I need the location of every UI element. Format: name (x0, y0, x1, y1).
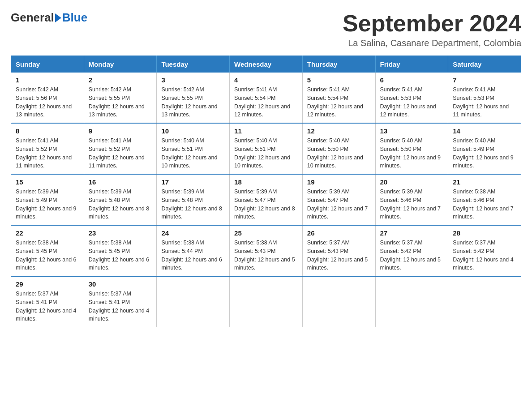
day-info: Sunrise: 5:37 AMSunset: 5:41 PMDaylight:… (16, 290, 79, 323)
day-info: Sunrise: 5:37 AMSunset: 5:42 PMDaylight:… (453, 239, 516, 272)
calendar-cell: 18Sunrise: 5:39 AMSunset: 5:47 PMDayligh… (230, 174, 303, 225)
location: La Salina, Casanare Department, Colombia (343, 38, 521, 48)
day-info: Sunrise: 5:38 AMSunset: 5:44 PMDaylight:… (161, 239, 225, 272)
calendar-cell: 14Sunrise: 5:40 AMSunset: 5:49 PMDayligh… (448, 123, 521, 174)
day-number: 20 (380, 178, 444, 186)
day-info: Sunrise: 5:40 AMSunset: 5:49 PMDaylight:… (453, 137, 516, 170)
calendar-cell: 8Sunrise: 5:41 AMSunset: 5:52 PMDaylight… (11, 123, 84, 174)
weekday-header-wednesday: Wednesday (230, 56, 303, 73)
calendar-cell: 21Sunrise: 5:38 AMSunset: 5:46 PMDayligh… (448, 174, 521, 225)
day-number: 25 (234, 229, 298, 237)
weekday-header-tuesday: Tuesday (157, 56, 230, 73)
calendar-cell: 11Sunrise: 5:40 AMSunset: 5:51 PMDayligh… (230, 123, 303, 174)
day-number: 14 (453, 127, 516, 135)
day-number: 16 (89, 178, 152, 186)
day-number: 9 (89, 127, 152, 135)
day-info: Sunrise: 5:40 AMSunset: 5:51 PMDaylight:… (234, 137, 298, 170)
day-number: 26 (307, 229, 371, 237)
day-number: 18 (234, 178, 298, 186)
calendar-cell (448, 276, 521, 327)
title-area: September 2024 La Salina, Casanare Depar… (343, 11, 521, 48)
calendar-cell: 4Sunrise: 5:41 AMSunset: 5:54 PMDaylight… (230, 73, 303, 123)
calendar-cell: 15Sunrise: 5:39 AMSunset: 5:49 PMDayligh… (11, 174, 84, 225)
day-number: 19 (307, 178, 371, 186)
calendar-cell: 27Sunrise: 5:37 AMSunset: 5:42 PMDayligh… (375, 225, 448, 276)
day-number: 13 (380, 127, 444, 135)
day-number: 23 (89, 229, 152, 237)
calendar-cell: 20Sunrise: 5:39 AMSunset: 5:46 PMDayligh… (375, 174, 448, 225)
day-info: Sunrise: 5:39 AMSunset: 5:47 PMDaylight:… (307, 188, 371, 221)
day-number: 5 (307, 76, 371, 84)
day-info: Sunrise: 5:37 AMSunset: 5:43 PMDaylight:… (307, 239, 371, 272)
day-number: 15 (16, 178, 79, 186)
calendar-cell: 19Sunrise: 5:39 AMSunset: 5:47 PMDayligh… (302, 174, 375, 225)
day-info: Sunrise: 5:41 AMSunset: 5:54 PMDaylight:… (234, 86, 298, 119)
week-row-4: 22Sunrise: 5:38 AMSunset: 5:45 PMDayligh… (11, 225, 521, 276)
day-info: Sunrise: 5:42 AMSunset: 5:55 PMDaylight:… (161, 86, 225, 119)
day-number: 29 (16, 280, 79, 288)
month-title: September 2024 (343, 11, 521, 36)
calendar-cell: 2Sunrise: 5:42 AMSunset: 5:55 PMDaylight… (84, 73, 157, 123)
day-info: Sunrise: 5:41 AMSunset: 5:54 PMDaylight:… (307, 86, 371, 119)
calendar-cell: 22Sunrise: 5:38 AMSunset: 5:45 PMDayligh… (11, 225, 84, 276)
day-info: Sunrise: 5:41 AMSunset: 5:53 PMDaylight:… (380, 86, 444, 119)
calendar-cell: 29Sunrise: 5:37 AMSunset: 5:41 PMDayligh… (11, 276, 84, 327)
day-number: 6 (380, 76, 444, 84)
week-row-3: 15Sunrise: 5:39 AMSunset: 5:49 PMDayligh… (11, 174, 521, 225)
calendar-cell (302, 276, 375, 327)
calendar-cell: 3Sunrise: 5:42 AMSunset: 5:55 PMDaylight… (157, 73, 230, 123)
calendar-cell: 28Sunrise: 5:37 AMSunset: 5:42 PMDayligh… (448, 225, 521, 276)
day-number: 24 (161, 229, 225, 237)
calendar-cell: 25Sunrise: 5:38 AMSunset: 5:43 PMDayligh… (230, 225, 303, 276)
day-info: Sunrise: 5:39 AMSunset: 5:47 PMDaylight:… (234, 188, 298, 221)
calendar-cell: 26Sunrise: 5:37 AMSunset: 5:43 PMDayligh… (302, 225, 375, 276)
week-row-1: 1Sunrise: 5:42 AMSunset: 5:56 PMDaylight… (11, 73, 521, 123)
calendar-cell: 1Sunrise: 5:42 AMSunset: 5:56 PMDaylight… (11, 73, 84, 123)
day-number: 8 (16, 127, 79, 135)
day-info: Sunrise: 5:38 AMSunset: 5:45 PMDaylight:… (16, 239, 79, 272)
page-header: General Blue September 2024 La Salina, C… (11, 11, 521, 48)
calendar-cell: 24Sunrise: 5:38 AMSunset: 5:44 PMDayligh… (157, 225, 230, 276)
weekday-header-monday: Monday (84, 56, 157, 73)
day-info: Sunrise: 5:41 AMSunset: 5:52 PMDaylight:… (89, 137, 152, 170)
calendar-cell (157, 276, 230, 327)
day-number: 7 (453, 76, 516, 84)
calendar-cell: 5Sunrise: 5:41 AMSunset: 5:54 PMDaylight… (302, 73, 375, 123)
day-info: Sunrise: 5:37 AMSunset: 5:42 PMDaylight:… (380, 239, 444, 272)
day-info: Sunrise: 5:40 AMSunset: 5:50 PMDaylight:… (380, 137, 444, 170)
day-number: 27 (380, 229, 444, 237)
logo-blue: Blue (62, 11, 87, 25)
day-info: Sunrise: 5:38 AMSunset: 5:45 PMDaylight:… (89, 239, 152, 272)
day-info: Sunrise: 5:39 AMSunset: 5:49 PMDaylight:… (16, 188, 79, 221)
calendar-table: SundayMondayTuesdayWednesdayThursdayFrid… (11, 56, 521, 327)
day-number: 3 (161, 76, 225, 84)
calendar-cell: 23Sunrise: 5:38 AMSunset: 5:45 PMDayligh… (84, 225, 157, 276)
day-number: 10 (161, 127, 225, 135)
day-info: Sunrise: 5:41 AMSunset: 5:52 PMDaylight:… (16, 137, 79, 170)
day-info: Sunrise: 5:38 AMSunset: 5:46 PMDaylight:… (453, 188, 516, 221)
day-number: 11 (234, 127, 298, 135)
day-number: 4 (234, 76, 298, 84)
calendar-cell: 10Sunrise: 5:40 AMSunset: 5:51 PMDayligh… (157, 123, 230, 174)
day-number: 30 (89, 280, 152, 288)
week-row-2: 8Sunrise: 5:41 AMSunset: 5:52 PMDaylight… (11, 123, 521, 174)
weekday-header-sunday: Sunday (11, 56, 84, 73)
day-info: Sunrise: 5:40 AMSunset: 5:51 PMDaylight:… (161, 137, 225, 170)
calendar-cell (375, 276, 448, 327)
calendar-cell: 6Sunrise: 5:41 AMSunset: 5:53 PMDaylight… (375, 73, 448, 123)
day-info: Sunrise: 5:39 AMSunset: 5:46 PMDaylight:… (380, 188, 444, 221)
calendar-cell: 16Sunrise: 5:39 AMSunset: 5:48 PMDayligh… (84, 174, 157, 225)
logo: General Blue (11, 11, 87, 25)
weekday-header-thursday: Thursday (302, 56, 375, 73)
day-number: 12 (307, 127, 371, 135)
day-number: 2 (89, 76, 152, 84)
day-number: 17 (161, 178, 225, 186)
day-info: Sunrise: 5:40 AMSunset: 5:50 PMDaylight:… (307, 137, 371, 170)
day-info: Sunrise: 5:39 AMSunset: 5:48 PMDaylight:… (89, 188, 152, 221)
day-number: 28 (453, 229, 516, 237)
calendar-cell: 7Sunrise: 5:41 AMSunset: 5:53 PMDaylight… (448, 73, 521, 123)
calendar-cell (230, 276, 303, 327)
day-info: Sunrise: 5:41 AMSunset: 5:53 PMDaylight:… (453, 86, 516, 119)
day-info: Sunrise: 5:37 AMSunset: 5:41 PMDaylight:… (89, 290, 152, 323)
calendar-cell: 17Sunrise: 5:39 AMSunset: 5:48 PMDayligh… (157, 174, 230, 225)
